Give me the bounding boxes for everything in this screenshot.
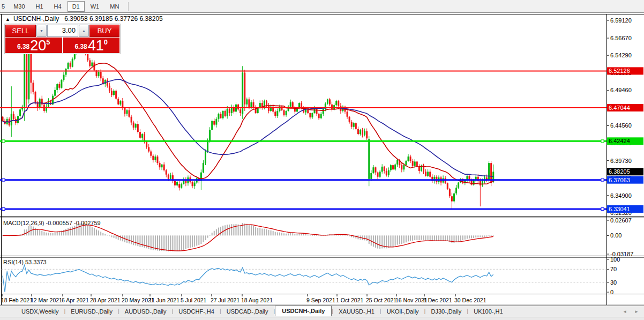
- svg-text:6.59120: 6.59120: [610, 17, 632, 24]
- tab-scroll-arrows: ◄►: [623, 306, 644, 317]
- svg-text:9 Sep 2021: 9 Sep 2021: [306, 297, 335, 303]
- tab-scroll-right-icon[interactable]: ►: [634, 309, 639, 314]
- ma-slow-line: [3, 79, 493, 176]
- tab-usdx-weekly[interactable]: USDX,Weekly: [16, 306, 64, 317]
- level-price-tag: 6.52126: [607, 67, 643, 75]
- timeframe-button-w1[interactable]: W1: [86, 1, 104, 12]
- svg-text:6.34900: 6.34900: [610, 192, 632, 199]
- svg-text:6.37063: 6.37063: [609, 177, 630, 183]
- tab-uk100-h1[interactable]: UK100-,H1: [468, 306, 508, 317]
- macd-indicator-label: MACD(12,26,9) -0.000557 -0.002759: [3, 220, 101, 226]
- svg-text:18 Aug 2021: 18 Aug 2021: [241, 297, 273, 303]
- volume-increase-icon[interactable]: ▲: [79, 25, 89, 37]
- volume-decrease-icon[interactable]: ▼: [36, 25, 47, 37]
- level-price-tag: 6.42424: [607, 137, 643, 145]
- chart-window[interactable]: 6.591206.566706.542906.518806.494606.470…: [0, 13, 644, 306]
- level-line-6.42424[interactable]: [0, 140, 607, 143]
- one-click-trading-panel: SELL ▼ 3.00 ▲ BUY 6.38 20 5 6.38 41 0: [4, 24, 121, 54]
- timeframe-toolbar: 5M30H1H4D1W1MN: [0, 0, 644, 13]
- svg-text:6.42424: 6.42424: [609, 138, 630, 144]
- toolbar-separator: [128, 2, 129, 11]
- svg-text:100: 100: [610, 256, 620, 263]
- svg-text:27 Jul 2021: 27 Jul 2021: [211, 297, 239, 303]
- status-bar: [0, 317, 644, 320]
- level-price-tag: 6.33041: [607, 205, 643, 213]
- chart-symbol-period: USDCNH-,Daily: [13, 15, 59, 23]
- candles-layer: [2, 29, 495, 209]
- svg-text:6.38205: 6.38205: [609, 168, 630, 175]
- timeframe-button-5[interactable]: 5: [1, 1, 8, 12]
- level-price-tag: 6.37063: [607, 176, 643, 184]
- level-line-6.37063[interactable]: [0, 178, 607, 181]
- tab-usdcad-daily[interactable]: USDCAD-,Daily: [221, 306, 274, 317]
- svg-text:6.39730: 6.39730: [610, 158, 632, 164]
- date-axis: 18 Feb 202112 Mar 20216 Apr 202128 Apr 2…: [1, 294, 486, 304]
- chart-title-bar: ▲USDCNH-,Daily6.39058 6.39185 6.37726 6.…: [5, 15, 163, 23]
- svg-text:0.02607: 0.02607: [610, 217, 632, 224]
- svg-text:30 Dec 2021: 30 Dec 2021: [454, 297, 486, 303]
- tab-eurusd-daily[interactable]: EURUSD-,Daily: [65, 306, 118, 317]
- svg-text:5 Jul 2021: 5 Jul 2021: [181, 297, 207, 303]
- price-axis: 6.591206.566706.542906.518806.494606.470…: [607, 17, 634, 295]
- timeframe-button-m30[interactable]: M30: [9, 1, 29, 12]
- tab-usdcnh-daily[interactable]: USDCNH-,Daily: [275, 306, 332, 316]
- svg-text:16 Nov 2021: 16 Nov 2021: [395, 297, 428, 303]
- tab-usdchf-h4[interactable]: USDCHF-,H4: [173, 306, 220, 317]
- tab-audusd-daily[interactable]: AUDUSD-,Daily: [119, 306, 172, 317]
- buy-price-prefix: 6.38: [74, 43, 87, 50]
- svg-text:6.54290: 6.54290: [610, 52, 632, 58]
- volume-input[interactable]: 3.00: [47, 25, 78, 37]
- mt4-terminal: 5M30H1H4D1W1MN 6.591206.566706.542906.51…: [0, 0, 644, 320]
- tab-ukoil-daily[interactable]: UKOil-,Daily: [381, 306, 424, 317]
- svg-text:6.33041: 6.33041: [609, 206, 630, 212]
- svg-text:30: 30: [610, 279, 617, 286]
- svg-text:0.00: 0.00: [610, 232, 621, 239]
- svg-text:6.44560: 6.44560: [610, 122, 632, 129]
- svg-text:6.49460: 6.49460: [610, 87, 632, 93]
- svg-text:28 Apr 2021: 28 Apr 2021: [90, 297, 121, 303]
- svg-text:12 Mar 2021: 12 Mar 2021: [31, 297, 62, 303]
- sell-price-sup: 5: [46, 38, 50, 46]
- svg-text:6 Apr 2021: 6 Apr 2021: [62, 297, 89, 303]
- timeframe-button-d1[interactable]: D1: [68, 1, 85, 12]
- timeframe-button-h1[interactable]: H1: [31, 1, 48, 12]
- svg-text:0: 0: [610, 289, 613, 295]
- chart-borders: [0, 14, 644, 305]
- tab-scroll-left-icon[interactable]: ◄: [623, 309, 627, 314]
- sell-price-big: 20: [30, 39, 46, 53]
- ma-fast-line: [3, 63, 493, 184]
- svg-text:18 Feb 2021: 18 Feb 2021: [1, 297, 33, 303]
- buy-price-sup: 0: [104, 38, 108, 46]
- macd-signal-line: [3, 225, 493, 251]
- price-chart-svg[interactable]: 6.591206.566706.542906.518806.494606.470…: [0, 13, 644, 306]
- level-line-6.33041[interactable]: [0, 207, 607, 210]
- chart-collapse-icon[interactable]: ▲: [5, 17, 10, 22]
- svg-text:8 Dec 2021: 8 Dec 2021: [423, 297, 452, 303]
- sell-price-prefix: 6.38: [17, 43, 29, 50]
- buy-button[interactable]: BUY: [89, 25, 119, 37]
- chart-tabs-bar: USDX,Weekly|EURUSD-,Daily|AUDUSD-,Daily|…: [0, 306, 644, 317]
- svg-text:70: 70: [610, 266, 617, 272]
- timeframe-button-mn[interactable]: MN: [105, 1, 124, 12]
- macd-histogram: [2, 223, 494, 251]
- sell-price-display[interactable]: 6.38 20 5: [5, 38, 62, 53]
- buy-price-big: 41: [88, 39, 104, 53]
- svg-text:6.56670: 6.56670: [610, 35, 632, 41]
- buy-price-display[interactable]: 6.38 41 0: [63, 38, 120, 53]
- svg-text:6.52126: 6.52126: [609, 68, 630, 74]
- sell-button[interactable]: SELL: [5, 25, 36, 37]
- current-price-tag: 6.38205: [607, 168, 643, 175]
- svg-text:6.47044: 6.47044: [609, 105, 630, 111]
- svg-text:1 Oct 2021: 1 Oct 2021: [336, 297, 364, 303]
- tab-dj30-daily[interactable]: DJ30-,Daily: [425, 306, 467, 317]
- level-price-tag: 6.47044: [607, 104, 643, 111]
- chart-ohlc-values: 6.39058 6.39185 6.37726 6.38205: [64, 15, 163, 23]
- tab-xauusd-h1[interactable]: XAUUSD-,H1: [333, 306, 380, 317]
- svg-text:11 Jun 2021: 11 Jun 2021: [149, 297, 179, 303]
- svg-text:25 Oct 2021: 25 Oct 2021: [366, 297, 396, 303]
- rsi-indicator-label: RSI(14) 53.3373: [3, 259, 47, 265]
- timeframe-button-h4[interactable]: H4: [49, 1, 66, 12]
